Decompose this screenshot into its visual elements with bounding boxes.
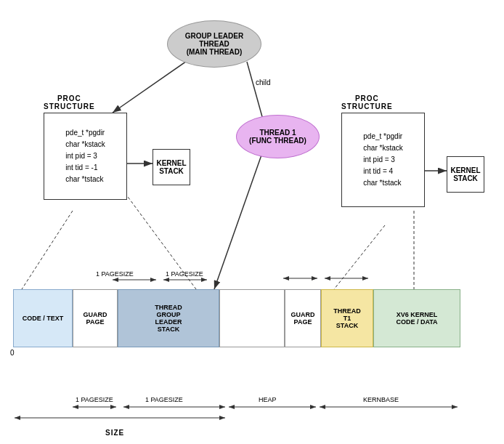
proc-structure-2-fields: pde_t *pgdir char *kstack int pid = 3 in… <box>360 128 405 192</box>
kernel-stack-1-box: KERNEL STACK <box>153 149 190 185</box>
svg-line-7 <box>334 225 385 289</box>
proc-structure-1-box: pde_t *pgdir char *kstack int pid = 3 in… <box>44 113 127 200</box>
label-pagesize-top-1: 1 PAGESIZE <box>96 270 134 278</box>
segment-thread-group-leader-stack: THREAD GROUP LEADER STACK <box>118 289 219 347</box>
thread1-ellipse: THREAD 1 (FUNC THREAD) <box>236 115 320 158</box>
svg-line-5 <box>22 211 73 289</box>
label-heap: HEAP <box>259 396 277 403</box>
group-leader-ellipse: GROUP LEADER THREAD (MAIN THREAD) <box>167 20 261 68</box>
child-label: child <box>256 78 271 86</box>
segment-guard-page-2: GUARD PAGE <box>285 289 321 347</box>
proc-structure-1-label: PROC STRUCTURE <box>44 94 95 110</box>
segment-code-text: CODE / TEXT <box>13 289 73 347</box>
label-pagesize-bottom-2: 1 PAGESIZE <box>145 396 183 403</box>
segment-thread-t1-stack: THREAD T1 STACK <box>321 289 373 347</box>
diagram: GROUP LEADER THREAD (MAIN THREAD) child … <box>0 0 504 444</box>
label-pagesize-top-2: 1 PAGESIZE <box>166 270 203 278</box>
label-pagesize-bottom-1: 1 PAGESIZE <box>76 396 113 403</box>
svg-line-4 <box>214 149 264 289</box>
segment-xv6-kernel: XV6 KERNEL CODE / DATA <box>373 289 460 347</box>
proc-structure-2-label: PROC STRUCTURE <box>341 94 393 110</box>
proc-structure-2-box: pde_t *pgdir char *kstack int pid = 3 in… <box>341 113 425 207</box>
segment-guard-page-1: GUARD PAGE <box>73 289 118 347</box>
kernel-stack-2-box: KERNEL STACK <box>447 156 484 193</box>
svg-line-11 <box>113 55 196 113</box>
group-leader-label: GROUP LEADER THREAD (MAIN THREAD) <box>185 32 243 56</box>
segment-heap <box>219 289 285 347</box>
label-zero: 0 <box>10 349 15 357</box>
label-size: SIZE <box>105 429 124 437</box>
thread1-label: THREAD 1 (FUNC THREAD) <box>249 129 306 145</box>
proc-structure-1-fields: pde_t *pgdir char *kstack int pid = 3 in… <box>62 124 107 188</box>
label-kernbase: KERNBASE <box>363 396 399 403</box>
arrows-svg <box>0 0 504 444</box>
